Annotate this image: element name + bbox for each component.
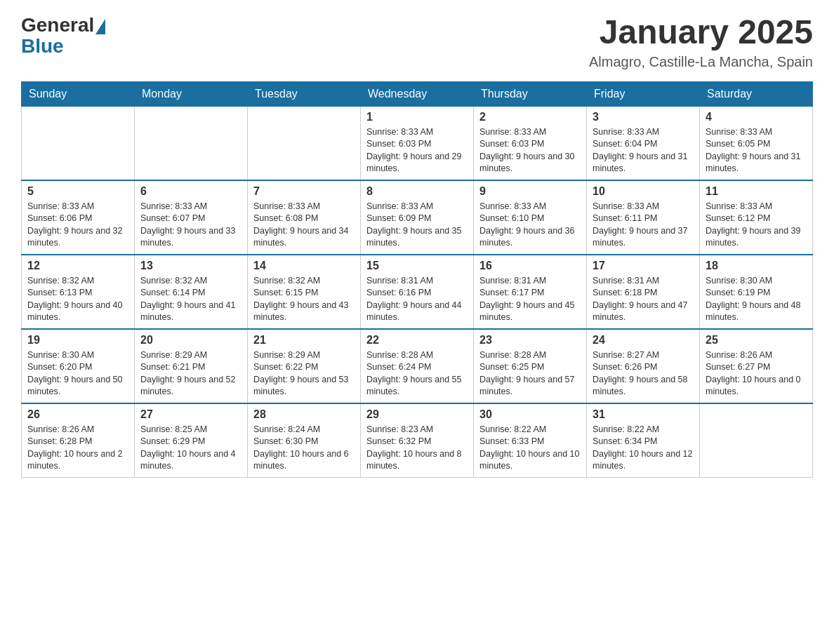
- calendar-row-4: 19Sunrise: 8:30 AMSunset: 6:20 PMDayligh…: [22, 329, 813, 403]
- table-row: [22, 106, 135, 180]
- day-number: 4: [706, 111, 807, 123]
- day-number: 21: [253, 334, 355, 347]
- day-info: Sunrise: 8:33 AMSunset: 6:07 PMDaylight:…: [140, 201, 241, 250]
- table-row: 26Sunrise: 8:26 AMSunset: 6:28 PMDayligh…: [22, 403, 135, 478]
- day-number: 25: [706, 334, 807, 347]
- table-row: 2Sunrise: 8:33 AMSunset: 6:03 PMDaylight…: [474, 106, 587, 180]
- day-info: Sunrise: 8:24 AMSunset: 6:30 PMDaylight:…: [253, 424, 355, 473]
- table-row: 27Sunrise: 8:25 AMSunset: 6:29 PMDayligh…: [135, 403, 248, 478]
- day-number: 5: [27, 185, 128, 198]
- day-info: Sunrise: 8:33 AMSunset: 6:06 PMDaylight:…: [27, 201, 128, 250]
- day-info: Sunrise: 8:33 AMSunset: 6:11 PMDaylight:…: [593, 201, 694, 250]
- table-row: 18Sunrise: 8:30 AMSunset: 6:19 PMDayligh…: [700, 255, 813, 329]
- day-info: Sunrise: 8:22 AMSunset: 6:34 PMDaylight:…: [593, 424, 694, 473]
- day-info: Sunrise: 8:30 AMSunset: 6:19 PMDaylight:…: [706, 275, 807, 324]
- table-row: 11Sunrise: 8:33 AMSunset: 6:12 PMDayligh…: [700, 180, 813, 255]
- day-number: 7: [253, 185, 355, 198]
- location-title: Almagro, Castille-La Mancha, Spain: [589, 54, 813, 70]
- day-info: Sunrise: 8:31 AMSunset: 6:16 PMDaylight:…: [366, 275, 468, 324]
- table-row: [135, 106, 248, 180]
- day-info: Sunrise: 8:33 AMSunset: 6:03 PMDaylight:…: [479, 126, 581, 175]
- table-row: 29Sunrise: 8:23 AMSunset: 6:32 PMDayligh…: [361, 403, 474, 478]
- calendar-row-1: 1Sunrise: 8:33 AMSunset: 6:03 PMDaylight…: [22, 106, 813, 180]
- calendar-table: Sunday Monday Tuesday Wednesday Thursday…: [21, 81, 813, 478]
- table-row: 30Sunrise: 8:22 AMSunset: 6:33 PMDayligh…: [474, 403, 587, 478]
- table-row: 7Sunrise: 8:33 AMSunset: 6:08 PMDaylight…: [248, 180, 361, 255]
- day-number: 14: [253, 260, 355, 272]
- table-row: [700, 403, 813, 478]
- table-row: 8Sunrise: 8:33 AMSunset: 6:09 PMDaylight…: [361, 180, 474, 255]
- calendar-row-5: 26Sunrise: 8:26 AMSunset: 6:28 PMDayligh…: [22, 403, 813, 478]
- table-row: 4Sunrise: 8:33 AMSunset: 6:05 PMDaylight…: [700, 106, 813, 180]
- table-row: 23Sunrise: 8:28 AMSunset: 6:25 PMDayligh…: [474, 329, 587, 403]
- day-info: Sunrise: 8:31 AMSunset: 6:17 PMDaylight:…: [479, 275, 581, 324]
- logo: General Blue: [21, 14, 105, 56]
- day-number: 28: [253, 408, 355, 421]
- table-row: 6Sunrise: 8:33 AMSunset: 6:07 PMDaylight…: [135, 180, 248, 255]
- header-sunday: Sunday: [22, 81, 135, 106]
- day-info: Sunrise: 8:27 AMSunset: 6:26 PMDaylight:…: [593, 349, 694, 398]
- day-info: Sunrise: 8:26 AMSunset: 6:27 PMDaylight:…: [706, 349, 807, 398]
- day-number: 10: [593, 185, 694, 198]
- day-number: 29: [366, 408, 468, 421]
- day-number: 9: [479, 185, 581, 198]
- day-number: 30: [479, 408, 581, 421]
- day-number: 27: [140, 408, 241, 421]
- day-info: Sunrise: 8:33 AMSunset: 6:04 PMDaylight:…: [593, 126, 694, 175]
- month-title: January 2025: [589, 14, 813, 51]
- table-row: 9Sunrise: 8:33 AMSunset: 6:10 PMDaylight…: [474, 180, 587, 255]
- table-row: 3Sunrise: 8:33 AMSunset: 6:04 PMDaylight…: [587, 106, 700, 180]
- logo-blue-text: Blue: [21, 36, 105, 56]
- day-info: Sunrise: 8:31 AMSunset: 6:18 PMDaylight:…: [593, 275, 694, 324]
- page-header: General Blue January 2025 Almagro, Casti…: [21, 14, 813, 70]
- day-number: 11: [706, 185, 807, 198]
- table-row: [248, 106, 361, 180]
- day-number: 13: [140, 260, 241, 272]
- day-number: 16: [479, 260, 581, 272]
- header-wednesday: Wednesday: [361, 81, 474, 106]
- day-info: Sunrise: 8:28 AMSunset: 6:25 PMDaylight:…: [479, 349, 581, 398]
- day-number: 17: [593, 260, 694, 272]
- day-number: 2: [479, 111, 581, 123]
- day-info: Sunrise: 8:22 AMSunset: 6:33 PMDaylight:…: [479, 424, 581, 473]
- calendar-row-3: 12Sunrise: 8:32 AMSunset: 6:13 PMDayligh…: [22, 255, 813, 329]
- header-tuesday: Tuesday: [248, 81, 361, 106]
- day-info: Sunrise: 8:33 AMSunset: 6:12 PMDaylight:…: [706, 201, 807, 250]
- day-info: Sunrise: 8:26 AMSunset: 6:28 PMDaylight:…: [27, 424, 128, 473]
- day-info: Sunrise: 8:33 AMSunset: 6:09 PMDaylight:…: [366, 201, 468, 250]
- day-info: Sunrise: 8:33 AMSunset: 6:10 PMDaylight:…: [479, 201, 581, 250]
- table-row: 12Sunrise: 8:32 AMSunset: 6:13 PMDayligh…: [22, 255, 135, 329]
- title-section: January 2025 Almagro, Castille-La Mancha…: [589, 14, 813, 70]
- table-row: 20Sunrise: 8:29 AMSunset: 6:21 PMDayligh…: [135, 329, 248, 403]
- day-number: 24: [593, 334, 694, 347]
- day-number: 20: [140, 334, 241, 347]
- table-row: 19Sunrise: 8:30 AMSunset: 6:20 PMDayligh…: [22, 329, 135, 403]
- day-number: 31: [593, 408, 694, 421]
- day-number: 12: [27, 260, 128, 272]
- table-row: 1Sunrise: 8:33 AMSunset: 6:03 PMDaylight…: [361, 106, 474, 180]
- table-row: 22Sunrise: 8:28 AMSunset: 6:24 PMDayligh…: [361, 329, 474, 403]
- day-info: Sunrise: 8:33 AMSunset: 6:05 PMDaylight:…: [706, 126, 807, 175]
- day-number: 6: [140, 185, 241, 198]
- table-row: 25Sunrise: 8:26 AMSunset: 6:27 PMDayligh…: [700, 329, 813, 403]
- table-row: 13Sunrise: 8:32 AMSunset: 6:14 PMDayligh…: [135, 255, 248, 329]
- weekday-header-row: Sunday Monday Tuesday Wednesday Thursday…: [22, 81, 813, 106]
- table-row: 10Sunrise: 8:33 AMSunset: 6:11 PMDayligh…: [587, 180, 700, 255]
- logo-general-text: General: [21, 14, 94, 36]
- day-number: 18: [706, 260, 807, 272]
- day-number: 1: [366, 111, 468, 123]
- table-row: 21Sunrise: 8:29 AMSunset: 6:22 PMDayligh…: [248, 329, 361, 403]
- table-row: 28Sunrise: 8:24 AMSunset: 6:30 PMDayligh…: [248, 403, 361, 478]
- day-number: 3: [593, 111, 694, 123]
- header-monday: Monday: [135, 81, 248, 106]
- day-info: Sunrise: 8:29 AMSunset: 6:21 PMDaylight:…: [140, 349, 241, 398]
- day-info: Sunrise: 8:32 AMSunset: 6:15 PMDaylight:…: [253, 275, 355, 324]
- logo-triangle-icon: [95, 19, 105, 34]
- day-info: Sunrise: 8:29 AMSunset: 6:22 PMDaylight:…: [253, 349, 355, 398]
- day-info: Sunrise: 8:33 AMSunset: 6:03 PMDaylight:…: [366, 126, 468, 175]
- day-info: Sunrise: 8:30 AMSunset: 6:20 PMDaylight:…: [27, 349, 128, 398]
- header-friday: Friday: [587, 81, 700, 106]
- day-number: 22: [366, 334, 468, 347]
- header-thursday: Thursday: [474, 81, 587, 106]
- day-number: 8: [366, 185, 468, 198]
